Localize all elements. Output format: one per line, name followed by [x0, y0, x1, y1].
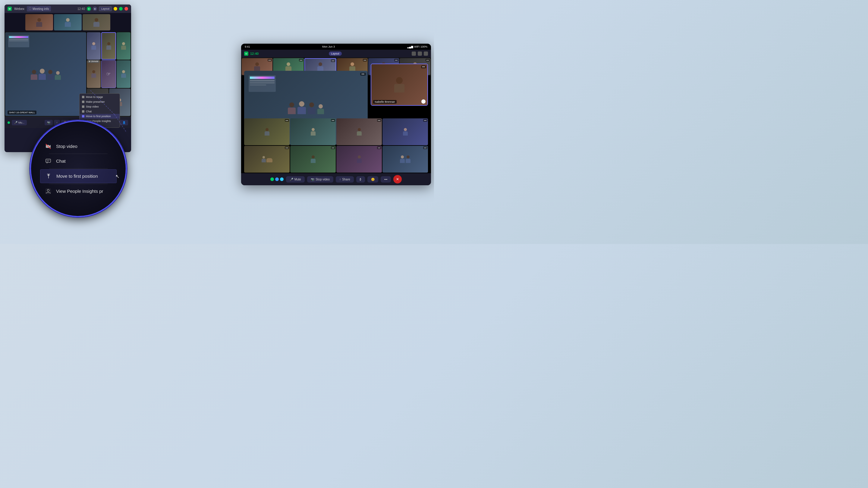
- tablet-bluetooth-button[interactable]: ₿: [356, 176, 365, 183]
- stage-icon: [82, 96, 84, 98]
- maximize-button[interactable]: [119, 7, 123, 10]
- mute-indicator: [7, 121, 10, 124]
- tablet-window: 9:41 Mon Jun 3 ▂▄▆ WiFi 100% W 12:40 Lay…: [241, 44, 431, 185]
- chat-icon: [44, 158, 52, 165]
- tablet-main-menu[interactable]: •••: [360, 73, 366, 76]
- circular-context-menu: Stop video Chat: [30, 121, 127, 217]
- toolbar-left: 🎤 Mu...: [7, 120, 27, 125]
- tablet-end-call-button[interactable]: ✕: [393, 175, 402, 184]
- minimize-button[interactable]: [114, 7, 117, 10]
- tablet-end-icon: ✕: [396, 177, 399, 181]
- tablet-bottom-grid: ••• ••• ••• •••: [244, 119, 428, 173]
- app-title: Webex: [14, 7, 24, 10]
- tablet-icon-2[interactable]: [418, 52, 422, 56]
- insights-icon: [44, 188, 52, 195]
- tablet-icon-3[interactable]: [424, 52, 428, 56]
- tablet-camera-icon: 📷: [311, 178, 314, 181]
- tablet-icon-1[interactable]: [412, 52, 416, 56]
- tablet-more-button[interactable]: •••: [381, 176, 391, 183]
- tbg-8-menu[interactable]: •••: [423, 147, 427, 149]
- tbg-cell-6: •••: [290, 146, 336, 173]
- tbg-6-menu[interactable]: •••: [331, 147, 335, 149]
- highlighted-dots-menu[interactable]: •••: [421, 65, 426, 68]
- video-button[interactable]: 📷: [44, 120, 53, 125]
- participants-icon: 👤: [122, 121, 126, 124]
- layout-button[interactable]: Layout: [99, 6, 112, 11]
- mute-button[interactable]: 🎤 Mu...: [12, 120, 27, 125]
- status-icon: ●: [87, 7, 91, 11]
- stop-video-label: Stop video: [56, 144, 78, 149]
- meeting-info-button[interactable]: ⓘ Meeting info: [27, 6, 51, 11]
- tablet-status-icons: ▂▄▆ WiFi 100%: [407, 45, 427, 48]
- tbg-7-menu[interactable]: •••: [377, 147, 381, 149]
- record-icon: ●: [93, 7, 97, 11]
- svg-marker-6: [47, 162, 48, 164]
- cursor-icon: ☞: [106, 71, 111, 77]
- participants-button[interactable]: 👤: [120, 120, 128, 125]
- cm-make-presenter[interactable]: Make presenter: [80, 99, 120, 104]
- cm-move-first-row[interactable]: Move to first position ↖: [40, 169, 117, 183]
- cm-stop-video-row[interactable]: Stop video: [40, 140, 117, 153]
- grid-cell-2: [101, 32, 116, 60]
- cm-move-stage[interactable]: Move to stage: [80, 95, 120, 99]
- tbg-4-menu[interactable]: •••: [423, 119, 427, 122]
- meeting-info-label: Meeting info: [33, 7, 49, 10]
- tablet-share-button[interactable]: ↑ Share: [336, 176, 354, 183]
- tablet-titlebar: W 12:40 Layout: [241, 50, 431, 58]
- tbg-cell-3: •••: [336, 119, 382, 145]
- cm-stop-video[interactable]: Stop video: [80, 104, 120, 109]
- tablet-webex-logo: W: [244, 52, 248, 56]
- tbg-3-menu[interactable]: •••: [377, 119, 381, 122]
- move-first-label: Move to first position: [56, 173, 98, 178]
- cursor-position: ↖: [116, 173, 119, 179]
- tablet-reactions-button[interactable]: 😊: [367, 176, 378, 183]
- cm-chat[interactable]: Chat: [80, 109, 120, 114]
- grid-cell-4: [87, 60, 101, 88]
- tablet-status-dot-3: [280, 177, 284, 181]
- tablet-layout-button[interactable]: Layout: [329, 52, 342, 56]
- insights-label: View People Insights pr: [56, 189, 103, 194]
- tablet-mic-icon: 🎤: [290, 178, 293, 181]
- thumb-1: [25, 14, 53, 30]
- tablet-time: 12:40: [250, 52, 258, 56]
- svg-point-10: [47, 189, 50, 191]
- thumb-3-menu[interactable]: •••: [331, 59, 335, 62]
- cm-move-first[interactable]: Move to first position: [80, 114, 120, 119]
- close-button[interactable]: [124, 7, 128, 10]
- tablet-mute-button[interactable]: 🎤 Mute: [286, 176, 305, 183]
- divider-2: [49, 168, 107, 169]
- speaking-indicator: [421, 99, 426, 104]
- divider-1: [49, 154, 107, 154]
- grid-cell-6: [117, 60, 130, 88]
- grid-cell-5: ☞ ⊕ Unmute: [101, 60, 116, 88]
- cm-insights-row[interactable]: View People Insights pr: [40, 185, 117, 198]
- tbg-5-menu[interactable]: •••: [285, 147, 289, 149]
- webex-logo: W: [7, 7, 12, 11]
- tablet-status-date: Mon Jun 3: [322, 45, 335, 48]
- cm-chat-row[interactable]: Chat: [40, 155, 117, 168]
- main-video-label: SHN7-16-GREAT WALL: [7, 110, 36, 115]
- chat-icon-sm: [82, 110, 84, 113]
- tablet-status-dot-2: [275, 177, 279, 181]
- tablet-stop-video-button[interactable]: 📷 Stop video: [307, 176, 333, 183]
- move-first-icon: [45, 173, 52, 180]
- video-off-icon: [44, 143, 52, 150]
- tbg-cell-4: •••: [382, 119, 428, 145]
- svg-rect-3: [46, 159, 51, 162]
- tablet-status-dot-1: [270, 177, 274, 181]
- signal-icon: ▂▄▆: [407, 45, 413, 48]
- titlebar: W Webex ⓘ Meeting info 12:40 ● ● Layout: [4, 4, 131, 13]
- thumb-1-menu[interactable]: •••: [268, 59, 272, 61]
- thumb-4-menu[interactable]: •••: [363, 59, 367, 61]
- tablet-status-time: 9:41: [245, 45, 250, 48]
- thumb-6-menu[interactable]: •••: [426, 59, 430, 61]
- title-left: W Webex ⓘ Meeting info: [7, 6, 51, 11]
- unmute-badge: ⊕ Unmute: [87, 60, 99, 63]
- thumb-2-menu[interactable]: •••: [299, 59, 303, 61]
- position-icon-sm: [82, 115, 84, 118]
- thumb-5-menu[interactable]: •••: [394, 59, 398, 61]
- tbg-1-menu[interactable]: •••: [285, 119, 289, 122]
- tbg-cell-1: •••: [244, 119, 290, 145]
- tbg-2-menu[interactable]: •••: [331, 119, 335, 122]
- grid-row-1: [87, 32, 130, 60]
